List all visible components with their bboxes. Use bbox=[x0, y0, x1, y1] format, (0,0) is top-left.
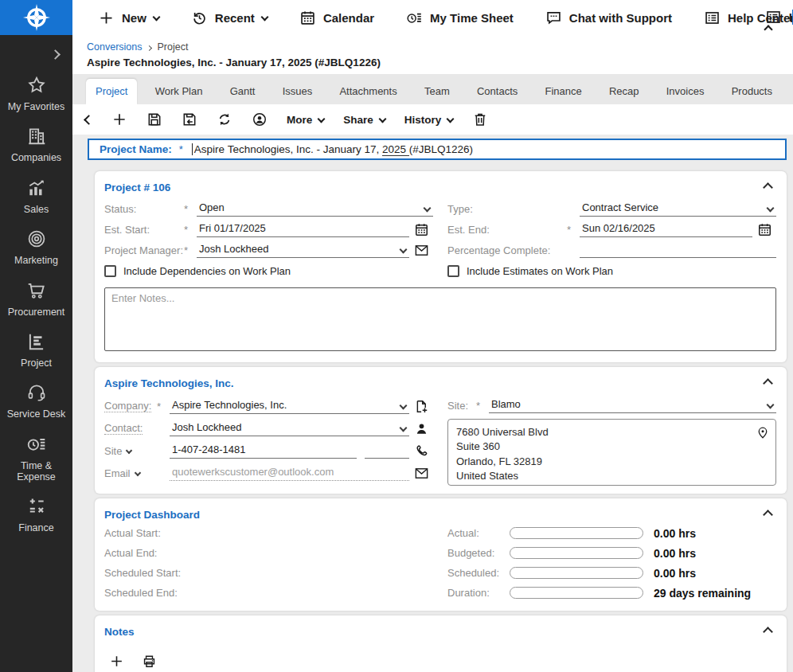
share-menu-button[interactable]: Share bbox=[343, 114, 385, 126]
chat-with-support-button[interactable]: Chat with Support bbox=[545, 10, 672, 26]
est-start-input[interactable]: Fri 01/17/2025 bbox=[197, 222, 409, 237]
collapse-section-button[interactable] bbox=[764, 624, 772, 639]
sidebar-item-service-desk[interactable]: Service Desk bbox=[0, 382, 72, 420]
save-and-close-button[interactable] bbox=[182, 111, 197, 127]
tab-gantt[interactable]: Gantt bbox=[221, 79, 265, 104]
sidebar-item-my-favorites[interactable]: My Favorites bbox=[0, 75, 72, 112]
status-value: Open bbox=[197, 201, 424, 216]
refresh-button[interactable] bbox=[217, 111, 232, 127]
tab-recap[interactable]: Recap bbox=[600, 79, 649, 104]
new-company-button[interactable] bbox=[409, 399, 433, 414]
sidebar-item-label: Time & Expense bbox=[0, 460, 72, 483]
more-menu-button[interactable]: More bbox=[287, 114, 324, 126]
recent-menu-button[interactable]: Recent bbox=[191, 10, 268, 26]
save-button[interactable] bbox=[146, 111, 162, 127]
company-select[interactable]: Aspire Technologies, Inc. bbox=[170, 399, 409, 414]
sidebar-item-marketing[interactable]: Marketing bbox=[0, 229, 72, 266]
my-time-sheet-button[interactable]: My Time Sheet bbox=[406, 10, 514, 26]
star-icon bbox=[26, 75, 47, 96]
app-logo[interactable] bbox=[0, 0, 72, 35]
tab-issues[interactable]: Issues bbox=[273, 79, 322, 104]
est-end-datepicker-button[interactable] bbox=[752, 222, 776, 237]
tab-finance[interactable]: Finance bbox=[535, 79, 591, 104]
sidebar-item-finance[interactable]: Finance bbox=[0, 496, 72, 533]
type-select[interactable]: Contract Service bbox=[580, 201, 776, 217]
contact-select[interactable]: Josh Lockheed bbox=[170, 421, 409, 436]
actual-end-label: Actual End: bbox=[104, 547, 158, 559]
collapse-section-button[interactable] bbox=[764, 376, 772, 390]
include-dependencies-label: Include Dependencies on Work Plan bbox=[123, 265, 291, 277]
person-circle-icon bbox=[252, 111, 268, 127]
site-value: Blamo bbox=[489, 398, 768, 412]
it-menu-label: IT bbox=[789, 10, 793, 24]
add-note-button[interactable] bbox=[109, 654, 124, 669]
sidebar-item-time-expense[interactable]: Time & Expense bbox=[0, 434, 72, 483]
sidebar-expand-button[interactable] bbox=[52, 47, 59, 61]
call-button[interactable] bbox=[409, 443, 433, 459]
project-manager-value: Josh Lockheed bbox=[197, 243, 400, 257]
delete-button[interactable] bbox=[472, 111, 488, 127]
project-name-field[interactable]: Project Name: * Aspire Technologies, Inc… bbox=[88, 139, 787, 160]
phone-type-select[interactable]: Site bbox=[104, 445, 157, 459]
project-notes-textarea[interactable] bbox=[104, 287, 776, 351]
tab-project[interactable]: Project bbox=[86, 79, 137, 104]
percentage-complete-input[interactable] bbox=[580, 255, 776, 258]
project-manager-label: Project Manager: bbox=[104, 244, 184, 258]
compass-icon bbox=[22, 3, 51, 32]
collapse-section-button[interactable] bbox=[764, 180, 772, 194]
owner-button[interactable] bbox=[252, 111, 268, 127]
project-manager-select[interactable]: Josh Lockheed bbox=[197, 243, 409, 258]
tab-work-plan[interactable]: Work Plan bbox=[146, 79, 213, 104]
history-menu-button[interactable]: History bbox=[404, 114, 454, 126]
tab-contacts[interactable]: Contacts bbox=[467, 79, 527, 104]
company-label[interactable]: Company: bbox=[104, 400, 151, 412]
calendar-icon bbox=[299, 10, 316, 26]
add-button[interactable] bbox=[111, 111, 127, 127]
contact-label[interactable]: Contact: bbox=[104, 422, 143, 435]
back-button[interactable] bbox=[85, 116, 92, 123]
sidebar-item-sales[interactable]: Sales bbox=[0, 178, 72, 215]
phone-input[interactable]: 1-407-248-1481 bbox=[170, 443, 357, 459]
est-start-datepicker-button[interactable] bbox=[409, 222, 433, 237]
email-input[interactable]: quotewerkscustomer@outlook.com bbox=[170, 466, 409, 481]
est-end-label: Est. End: bbox=[447, 224, 567, 237]
contact-person-button[interactable] bbox=[409, 421, 433, 436]
sidebar-item-label: Sales bbox=[21, 204, 51, 215]
chevron-right-icon bbox=[50, 49, 61, 60]
email-value: quotewerkscustomer@outlook.com bbox=[170, 466, 409, 480]
calendar-button[interactable]: Calendar bbox=[299, 10, 374, 26]
tab-team[interactable]: Team bbox=[415, 79, 459, 104]
tab-invoices[interactable]: Invoices bbox=[657, 79, 714, 104]
topbar-collapse-button[interactable] bbox=[765, 21, 772, 36]
chevron-down-icon bbox=[378, 115, 386, 123]
est-end-input[interactable]: Sun 02/16/2025 bbox=[580, 222, 752, 237]
include-estimates-checkbox[interactable] bbox=[447, 265, 459, 277]
include-dependencies-checkbox[interactable] bbox=[104, 265, 116, 277]
notes-toolbar bbox=[109, 651, 776, 670]
email-type-select[interactable]: Email bbox=[104, 467, 157, 481]
phone-extension-input[interactable] bbox=[365, 436, 409, 459]
sidebar-item-procurement[interactable]: Procurement bbox=[0, 280, 72, 318]
collapse-section-button[interactable] bbox=[764, 507, 772, 522]
site-select[interactable]: Blamo bbox=[489, 398, 776, 413]
print-notes-button[interactable] bbox=[142, 654, 157, 669]
chevron-down-icon bbox=[318, 115, 326, 123]
tab-attachments[interactable]: Attachments bbox=[330, 79, 406, 104]
chat-icon bbox=[545, 10, 562, 26]
breadcrumb-conversions-link[interactable]: Conversions bbox=[87, 41, 142, 53]
address-line-2: Suite 360 bbox=[456, 440, 768, 454]
required-asterisk: * bbox=[184, 203, 197, 217]
company-section-card: Aspire Technologies, Inc. Company: * Asp… bbox=[95, 367, 787, 494]
record-toolbar: More Share History bbox=[72, 104, 793, 135]
tab-products[interactable]: Products bbox=[722, 79, 782, 104]
sidebar-item-project[interactable]: Project bbox=[0, 331, 72, 369]
email-manager-button[interactable] bbox=[409, 243, 433, 258]
send-email-button[interactable] bbox=[409, 466, 433, 481]
map-pin-button[interactable] bbox=[756, 425, 770, 440]
breadcrumb-current: Project bbox=[157, 41, 188, 53]
sidebar-item-companies[interactable]: Companies bbox=[0, 126, 72, 163]
calendar-icon bbox=[757, 222, 772, 237]
new-menu-button[interactable]: New bbox=[98, 10, 159, 26]
status-select[interactable]: Open bbox=[197, 201, 433, 217]
page-head: Conversions Project Aspire Technologies,… bbox=[72, 35, 793, 74]
